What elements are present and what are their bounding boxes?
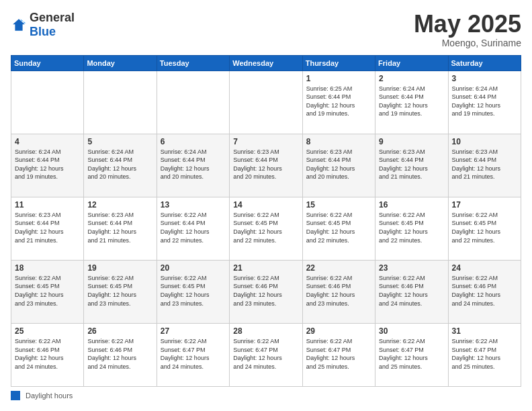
calendar-cell: 6Sunrise: 6:24 AM Sunset: 6:44 PM Daylig… — [157, 134, 229, 197]
day-info: Sunrise: 6:22 AM Sunset: 6:45 PM Dayligh… — [233, 211, 298, 244]
day-info: Sunrise: 6:22 AM Sunset: 6:45 PM Dayligh… — [161, 274, 226, 308]
day-number: 10 — [452, 137, 517, 146]
day-header-thursday: Thursday — [302, 55, 375, 71]
title-block: May 2025 Moengo, Suriname — [414, 11, 521, 48]
day-number: 16 — [379, 200, 444, 210]
daylight-label: Daylight hours — [26, 392, 73, 400]
calendar-cell: 5Sunrise: 6:24 AM Sunset: 6:44 PM Daylig… — [84, 134, 157, 197]
calendar-cell: 17Sunrise: 6:22 AM Sunset: 6:45 PM Dayli… — [448, 197, 521, 260]
day-header-sunday: Sunday — [11, 55, 84, 71]
calendar-cell: 23Sunrise: 6:22 AM Sunset: 6:46 PM Dayli… — [375, 260, 448, 323]
day-info: Sunrise: 6:24 AM Sunset: 6:44 PM Dayligh… — [379, 85, 444, 118]
day-number: 5 — [87, 137, 152, 146]
calendar-cell: 7Sunrise: 6:23 AM Sunset: 6:44 PM Daylig… — [230, 134, 302, 197]
day-number: 6 — [161, 137, 226, 146]
calendar-week-5: 25Sunrise: 6:22 AM Sunset: 6:46 PM Dayli… — [11, 323, 521, 386]
day-info: Sunrise: 6:22 AM Sunset: 6:47 PM Dayligh… — [233, 337, 298, 371]
calendar-cell: 20Sunrise: 6:22 AM Sunset: 6:45 PM Dayli… — [157, 260, 229, 323]
calendar-cell: 18Sunrise: 6:22 AM Sunset: 6:45 PM Dayli… — [11, 260, 84, 323]
day-number: 14 — [233, 200, 298, 210]
calendar-cell: 27Sunrise: 6:22 AM Sunset: 6:47 PM Dayli… — [157, 323, 229, 386]
day-number: 9 — [379, 137, 444, 146]
calendar-table: SundayMondayTuesdayWednesdayThursdayFrid… — [11, 55, 521, 387]
day-header-monday: Monday — [84, 55, 157, 71]
calendar-cell: 19Sunrise: 6:22 AM Sunset: 6:45 PM Dayli… — [84, 260, 157, 323]
calendar-cell: 9Sunrise: 6:23 AM Sunset: 6:44 PM Daylig… — [375, 134, 448, 197]
calendar-cell: 12Sunrise: 6:23 AM Sunset: 6:44 PM Dayli… — [84, 197, 157, 260]
calendar-cell: 11Sunrise: 6:23 AM Sunset: 6:44 PM Dayli… — [11, 197, 84, 260]
calendar-cell: 30Sunrise: 6:22 AM Sunset: 6:47 PM Dayli… — [375, 323, 448, 386]
calendar-cell: 3Sunrise: 6:24 AM Sunset: 6:44 PM Daylig… — [448, 71, 521, 134]
svg-marker-0 — [13, 19, 25, 31]
day-info: Sunrise: 6:23 AM Sunset: 6:44 PM Dayligh… — [87, 211, 152, 244]
calendar-cell — [11, 71, 84, 134]
calendar-cell: 25Sunrise: 6:22 AM Sunset: 6:46 PM Dayli… — [11, 323, 84, 386]
day-info: Sunrise: 6:22 AM Sunset: 6:46 PM Dayligh… — [87, 337, 152, 371]
daylight-color-box — [11, 391, 20, 400]
day-info: Sunrise: 6:22 AM Sunset: 6:46 PM Dayligh… — [15, 337, 80, 371]
calendar-cell: 1Sunrise: 6:25 AM Sunset: 6:44 PM Daylig… — [302, 71, 375, 134]
day-info: Sunrise: 6:22 AM Sunset: 6:45 PM Dayligh… — [87, 274, 152, 308]
day-number: 24 — [452, 263, 517, 273]
day-info: Sunrise: 6:22 AM Sunset: 6:47 PM Dayligh… — [306, 337, 371, 371]
day-info: Sunrise: 6:24 AM Sunset: 6:44 PM Dayligh… — [87, 148, 152, 181]
day-info: Sunrise: 6:22 AM Sunset: 6:46 PM Dayligh… — [306, 274, 371, 308]
calendar-cell: 13Sunrise: 6:22 AM Sunset: 6:44 PM Dayli… — [157, 197, 229, 260]
calendar-cell: 21Sunrise: 6:22 AM Sunset: 6:46 PM Dayli… — [230, 260, 302, 323]
calendar-cell: 16Sunrise: 6:22 AM Sunset: 6:45 PM Dayli… — [375, 197, 448, 260]
month-title: May 2025 — [414, 11, 521, 38]
day-number: 19 — [87, 263, 152, 273]
day-info: Sunrise: 6:22 AM Sunset: 6:45 PM Dayligh… — [15, 274, 80, 308]
day-number: 29 — [306, 326, 371, 336]
day-number: 15 — [306, 200, 371, 210]
page: General Blue May 2025 Moengo, Suriname S… — [0, 0, 532, 411]
day-info: Sunrise: 6:22 AM Sunset: 6:47 PM Dayligh… — [379, 337, 444, 371]
day-number: 12 — [87, 200, 152, 210]
day-info: Sunrise: 6:24 AM Sunset: 6:44 PM Dayligh… — [452, 85, 517, 118]
calendar-cell: 2Sunrise: 6:24 AM Sunset: 6:44 PM Daylig… — [375, 71, 448, 134]
day-number: 27 — [161, 326, 226, 336]
day-info: Sunrise: 6:22 AM Sunset: 6:47 PM Dayligh… — [452, 337, 517, 371]
day-number: 3 — [452, 74, 517, 83]
location: Moengo, Suriname — [414, 38, 521, 48]
logo: General Blue — [11, 11, 75, 39]
day-info: Sunrise: 6:22 AM Sunset: 6:45 PM Dayligh… — [452, 211, 517, 244]
day-number: 11 — [15, 200, 80, 210]
day-info: Sunrise: 6:23 AM Sunset: 6:44 PM Dayligh… — [15, 211, 80, 244]
day-number: 18 — [15, 263, 80, 273]
calendar-week-1: 1Sunrise: 6:25 AM Sunset: 6:44 PM Daylig… — [11, 71, 521, 134]
day-number: 17 — [452, 200, 517, 210]
day-info: Sunrise: 6:24 AM Sunset: 6:44 PM Dayligh… — [15, 148, 80, 181]
day-info: Sunrise: 6:22 AM Sunset: 6:45 PM Dayligh… — [379, 211, 444, 244]
day-number: 26 — [87, 326, 152, 336]
calendar-cell — [230, 71, 302, 134]
logo-general: General — [30, 11, 75, 24]
day-number: 1 — [306, 74, 371, 83]
logo-blue: Blue — [30, 25, 56, 38]
calendar-cell: 24Sunrise: 6:22 AM Sunset: 6:46 PM Dayli… — [448, 260, 521, 323]
day-info: Sunrise: 6:22 AM Sunset: 6:47 PM Dayligh… — [161, 337, 226, 371]
calendar-cell: 15Sunrise: 6:22 AM Sunset: 6:45 PM Dayli… — [302, 197, 375, 260]
calendar-cell: 28Sunrise: 6:22 AM Sunset: 6:47 PM Dayli… — [230, 323, 302, 386]
calendar-week-3: 11Sunrise: 6:23 AM Sunset: 6:44 PM Dayli… — [11, 197, 521, 260]
day-info: Sunrise: 6:25 AM Sunset: 6:44 PM Dayligh… — [306, 85, 371, 118]
day-info: Sunrise: 6:23 AM Sunset: 6:44 PM Dayligh… — [379, 148, 444, 181]
calendar-week-2: 4Sunrise: 6:24 AM Sunset: 6:44 PM Daylig… — [11, 134, 521, 197]
day-info: Sunrise: 6:23 AM Sunset: 6:44 PM Dayligh… — [306, 148, 371, 181]
day-header-wednesday: Wednesday — [230, 55, 302, 71]
calendar-cell: 10Sunrise: 6:23 AM Sunset: 6:44 PM Dayli… — [448, 134, 521, 197]
calendar-cell — [84, 71, 157, 134]
day-info: Sunrise: 6:22 AM Sunset: 6:45 PM Dayligh… — [306, 211, 371, 244]
calendar-cell: 14Sunrise: 6:22 AM Sunset: 6:45 PM Dayli… — [230, 197, 302, 260]
day-number: 30 — [379, 326, 444, 336]
day-number: 31 — [452, 326, 517, 336]
calendar-cell: 22Sunrise: 6:22 AM Sunset: 6:46 PM Dayli… — [302, 260, 375, 323]
header: General Blue May 2025 Moengo, Suriname — [11, 11, 521, 48]
calendar-cell: 8Sunrise: 6:23 AM Sunset: 6:44 PM Daylig… — [302, 134, 375, 197]
day-info: Sunrise: 6:24 AM Sunset: 6:44 PM Dayligh… — [161, 148, 226, 181]
day-number: 21 — [233, 263, 298, 273]
calendar-cell: 4Sunrise: 6:24 AM Sunset: 6:44 PM Daylig… — [11, 134, 84, 197]
calendar-cell: 31Sunrise: 6:22 AM Sunset: 6:47 PM Dayli… — [448, 323, 521, 386]
day-header-saturday: Saturday — [448, 55, 521, 71]
day-info: Sunrise: 6:23 AM Sunset: 6:44 PM Dayligh… — [452, 148, 517, 181]
